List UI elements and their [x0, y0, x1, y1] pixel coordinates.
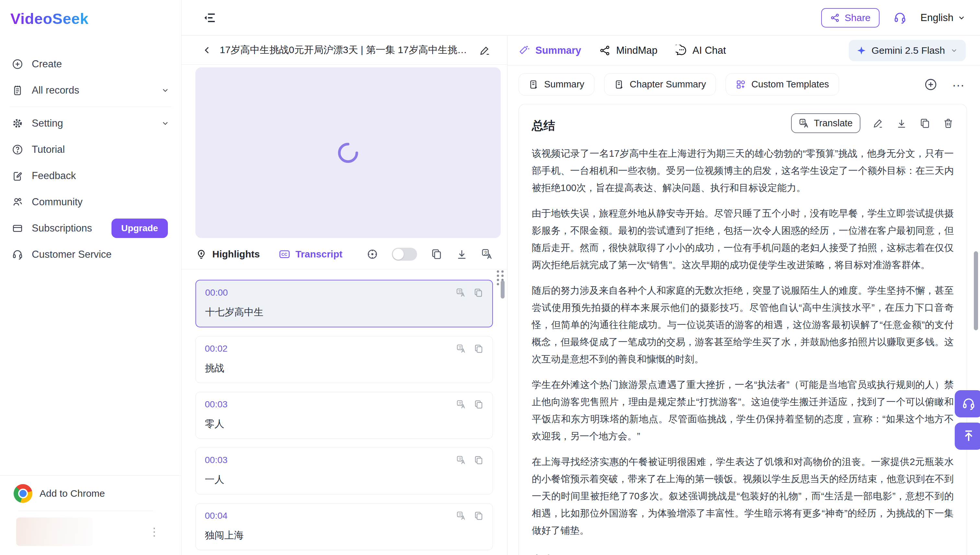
download-icon[interactable] [896, 118, 907, 129]
download-icon[interactable] [456, 249, 468, 260]
tab-mindmap[interactable]: MindMap [599, 45, 658, 56]
timestamp[interactable]: 00:03 [205, 455, 227, 465]
translate-icon: 文 [799, 118, 809, 128]
timestamp[interactable]: 00:03 [205, 399, 227, 410]
transcript-item[interactable]: 00:03 文 一人 [195, 448, 493, 494]
question-circle-icon [12, 144, 23, 156]
summary-scrollbar[interactable] [974, 251, 978, 330]
copy-icon[interactable] [474, 511, 484, 521]
sidebar-item-community[interactable]: Community [9, 189, 172, 215]
model-selector[interactable]: Gemini 2.5 Flash [849, 40, 966, 61]
language-selector[interactable]: English [920, 12, 966, 24]
chevron-down-icon [950, 47, 958, 55]
sidebar-item-setting[interactable]: Setting [9, 110, 172, 136]
translate-icon[interactable]: 文 [456, 288, 466, 298]
video-player[interactable] [195, 67, 501, 238]
sparkle-icon [856, 46, 866, 55]
tab-highlights[interactable]: Highlights [195, 249, 260, 260]
transcript-item[interactable]: 00:03 文 零人 [195, 392, 493, 439]
upgrade-button[interactable]: Upgrade [111, 218, 168, 238]
translate-icon[interactable]: 文 [481, 249, 493, 260]
copy-icon[interactable] [474, 399, 484, 409]
transcript-text: 挑战 [205, 362, 484, 375]
videoseek-logo: VideoSeek [10, 10, 89, 27]
tab-ai-chat[interactable]: AI Chat [676, 45, 726, 56]
headset-icon [962, 397, 976, 411]
video-panel: 17岁高中生挑战0元开局沪漂3天 | 第一集 17岁高中生挑战0元开... Hi… [182, 35, 507, 555]
topbar-right: Share English [821, 8, 966, 27]
card-icon [12, 223, 23, 234]
collapse-sidebar-icon[interactable] [203, 11, 216, 25]
summary-template-button[interactable]: Summary [518, 73, 594, 96]
translate-button[interactable]: 文 Translate [791, 113, 861, 133]
translate-icon[interactable]: 文 [456, 344, 466, 354]
support-float-button[interactable] [955, 390, 980, 417]
more-options-icon[interactable]: … [952, 79, 966, 90]
transcript-scrollbar[interactable] [501, 281, 505, 298]
custom-templates-button[interactable]: Custom Templates [726, 73, 839, 96]
summary-card-header: 总结 文 Translate [532, 113, 954, 134]
cc-icon: CC [279, 249, 290, 260]
sidebar-bottom: Add to Chrome ⋮ [0, 475, 181, 555]
edit-title-icon[interactable] [479, 45, 490, 56]
sidebar-item-label: Customer Service [32, 249, 111, 260]
add-template-icon[interactable] [924, 78, 938, 91]
kebab-menu-icon[interactable]: ⋮ [149, 529, 158, 535]
trash-icon[interactable] [943, 118, 954, 129]
highlights-section-title: 亮点 [532, 553, 954, 555]
tab-label: Summary [535, 45, 581, 56]
tab-transcript[interactable]: CC Transcript [279, 249, 343, 260]
sidebar-item-label: Subscriptions [32, 223, 92, 234]
sidebar-item-all-records[interactable]: All records [9, 77, 172, 103]
share-label: Share [845, 12, 871, 23]
share-button[interactable]: Share [821, 8, 880, 27]
summary-paragraph: 随后的努力涉及来自各种个人和家庭的无数次拒绝，突显了说服陌生人的难度。学生坚持不… [532, 282, 954, 367]
copy-icon[interactable] [919, 118, 930, 129]
transcript-item[interactable]: 00:04 文 独闯上海 [195, 503, 493, 550]
sidebar-item-subscriptions[interactable]: Subscriptions Upgrade [9, 215, 172, 241]
translate-icon[interactable]: 文 [456, 511, 466, 521]
transcript-text: 一人 [205, 473, 484, 486]
sidebar-item-label: Setting [32, 117, 63, 129]
add-to-chrome[interactable]: Add to Chrome [0, 476, 181, 511]
copy-icon[interactable] [474, 344, 484, 354]
support-headset-icon[interactable] [893, 11, 907, 25]
sidebar-item-customer-service[interactable]: Customer Service [9, 241, 172, 268]
chevron-down-icon [161, 119, 169, 128]
translate-icon[interactable]: 文 [456, 455, 466, 465]
timestamp[interactable]: 00:04 [205, 511, 227, 521]
transcript-item[interactable]: 00:00 文 十七岁高中生 [195, 280, 493, 327]
sidebar-item-create[interactable]: Create [9, 51, 172, 77]
tab-summary[interactable]: Summary [518, 45, 581, 56]
chrome-icon [14, 484, 32, 503]
locate-icon[interactable] [367, 249, 378, 260]
svg-text:文: 文 [458, 457, 462, 461]
back-icon[interactable] [202, 45, 212, 55]
transcript-label: Transcript [296, 249, 343, 260]
transcript-item[interactable]: 00:02 文 挑战 [195, 336, 493, 383]
svg-text:文: 文 [458, 345, 462, 350]
copy-icon[interactable] [474, 455, 484, 465]
sidebar-item-tutorial[interactable]: Tutorial [9, 136, 172, 162]
transcript-controls: Highlights CC Transcript 文 [182, 238, 507, 269]
sidebar-nav: Create All records Setting Tutorial Feed… [0, 51, 181, 268]
community-icon [12, 196, 23, 208]
copy-icon[interactable] [473, 288, 483, 298]
autoscroll-toggle[interactable] [392, 248, 417, 261]
transcript-text: 零人 [205, 417, 484, 431]
app-window: VideoSeek Create All records Setting Tut… [0, 0, 980, 555]
translate-icon[interactable]: 文 [456, 399, 466, 409]
sidebar-item-feedback[interactable]: Feedback [9, 162, 172, 189]
share-icon [830, 13, 840, 22]
chapter-summary-template-button[interactable]: Chapter Summary [604, 73, 716, 96]
feedback-icon [12, 170, 23, 182]
back-to-top-button[interactable] [955, 423, 980, 450]
timestamp[interactable]: 00:00 [205, 287, 228, 298]
timestamp[interactable]: 00:02 [205, 343, 227, 354]
summary-paragraph: 学生在外滩这个热门旅游景点遭遇了重大挫折，一名“执法者”（可能是当地官员或执行规… [532, 376, 954, 444]
edit-icon[interactable] [873, 118, 884, 129]
summary-tools: 文 Translate [791, 113, 954, 133]
content-row: 17岁高中生挑战0元开局沪漂3天 | 第一集 17岁高中生挑战0元开... Hi… [182, 35, 980, 555]
copy-icon[interactable] [431, 249, 443, 260]
sidebar-divider [10, 106, 171, 107]
